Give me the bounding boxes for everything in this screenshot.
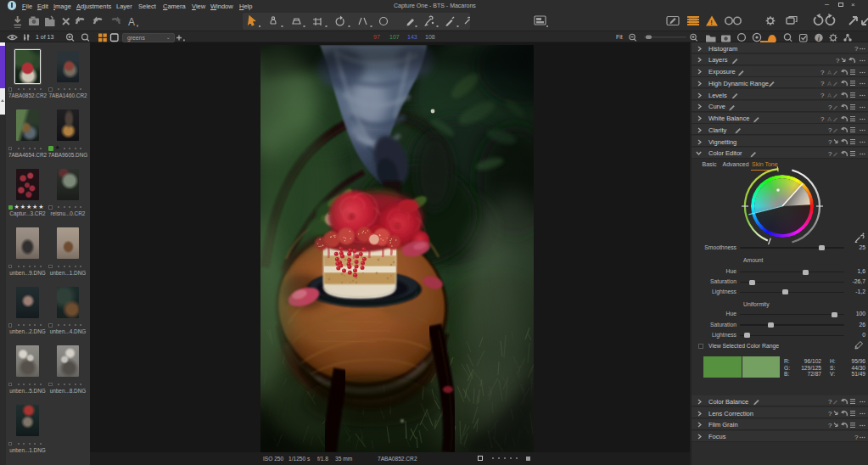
- svg-text:?: ?: [820, 92, 825, 98]
- svg-text:?: ?: [828, 104, 832, 110]
- svg-text:?: ?: [828, 410, 832, 417]
- svg-text:?: ?: [828, 126, 832, 133]
- svg-text:A: A: [827, 69, 832, 76]
- svg-text:A: A: [827, 80, 832, 87]
- svg-text:?: ?: [854, 434, 859, 440]
- svg-text:?: ?: [820, 69, 825, 76]
- svg-text:A: A: [128, 16, 135, 28]
- svg-text:A: A: [827, 92, 832, 98]
- svg-text:?: ?: [828, 398, 832, 405]
- svg-text:A: A: [827, 115, 832, 122]
- svg-text:?: ?: [820, 80, 825, 87]
- svg-text:?: ?: [828, 150, 832, 157]
- svg-text:?: ?: [836, 57, 840, 64]
- svg-text:?: ?: [828, 422, 832, 429]
- svg-text:?: ?: [828, 138, 832, 145]
- svg-text:!: !: [710, 19, 713, 26]
- svg-text:?: ?: [820, 115, 825, 122]
- svg-text:?: ?: [854, 45, 859, 52]
